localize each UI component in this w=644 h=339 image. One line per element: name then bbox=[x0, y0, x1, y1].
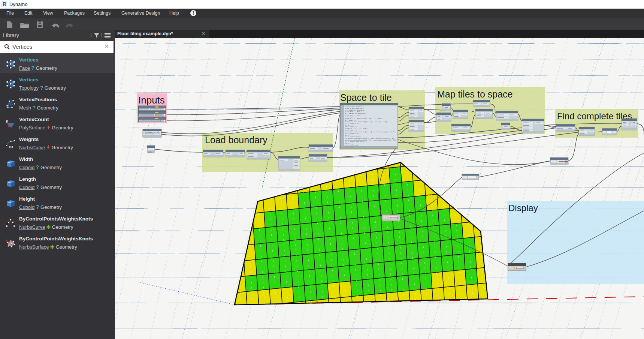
svg-text:22 // Negate the angle;: 22 // Negate the angle; bbox=[345, 141, 365, 142]
svg-text:4 w = max.X - min.X;: 4 w = max.X - min.X; bbox=[345, 111, 363, 112]
svg-text:Space to tile: Space to tile bbox=[340, 92, 392, 103]
svg-text:12 tw;: 12 tw; bbox=[345, 124, 350, 126]
svg-text:3 // Width of boundary;: 3 // Width of boundary; bbox=[345, 110, 365, 111]
svg-text:9 // Upper X;: 9 // Upper X; bbox=[345, 120, 356, 121]
svg-text:2 HTileLength = 0.75;: 2 HTileLength = 0.75; bbox=[143, 133, 160, 135]
svg-text:23 -a;: 23 -a; bbox=[345, 143, 350, 144]
svg-text:Display: Display bbox=[508, 203, 538, 213]
svg-text:2 max = bbox.MaxPoint;: 2 max = bbox.MaxPoint; bbox=[345, 108, 364, 109]
svg-text:Inputs: Inputs bbox=[138, 94, 165, 106]
svg-text:Map tiles to space: Map tiles to space bbox=[437, 89, 513, 99]
svg-text:18 tl;: 18 tl; bbox=[345, 135, 350, 136]
svg-text:n: n bbox=[6, 238, 8, 242]
svg-text:1. boundary;: 1. boundary; bbox=[557, 160, 568, 163]
svg-text:16 min.Y + w * Math.Cos(90 - a: 16 min.Y + w * Math.Cos(90 - a) + h * Ma… bbox=[345, 131, 403, 133]
svg-text:11 // Step in X;: 11 // Step in X; bbox=[345, 123, 359, 124]
svg-text:7 // Lower X;: 7 // Lower X; bbox=[345, 116, 356, 118]
svg-text:Load boundary: Load boundary bbox=[205, 135, 267, 145]
svg-text:n: n bbox=[6, 119, 8, 123]
svg-text:14 min.Y - tl * (1 - tlo);: 14 min.Y - tl * (1 - tlo); bbox=[345, 128, 368, 129]
svg-text:1 min = bbox.MinPoint;: 1 min = bbox.MinPoint; bbox=[345, 106, 364, 108]
svg-text:19 // Tile corners;: 19 // Tile corners; bbox=[345, 136, 362, 138]
svg-text:8 min.X - h * Math.Sin(a) - tw: 8 min.X - h * Math.Sin(a) - tw * (1 - ta… bbox=[345, 118, 383, 119]
svg-text:25 tw * tl;: 25 tw * tl; bbox=[345, 146, 355, 148]
svg-text:21 Point.ByCoordinates(tw, tl): 21 Point.ByCoordinates(tw, tl), Point.By… bbox=[345, 140, 397, 141]
svg-text:6 h = max.Y - min.Y;: 6 h = max.Y - min.Y; bbox=[345, 114, 363, 116]
svg-text:20 [Point.ByCoordinates(0,0),: 20 [Point.ByCoordinates(0,0), Point.ByCo… bbox=[345, 138, 395, 140]
svg-text:1. boundary;: 1. boundary; bbox=[388, 217, 399, 219]
svg-text:1 HTileWidth = 0.90;: 1 HTileWidth = 0.90; bbox=[143, 132, 160, 133]
svg-text:17 // Step in Y;: 17 // Step in Y; bbox=[345, 133, 359, 134]
svg-text:24 // Tile area;: 24 // Tile area; bbox=[345, 144, 359, 146]
svg-text:15 // Upper Y;: 15 // Upper Y; bbox=[345, 129, 357, 131]
svg-text:10 min.X + w * Math.Sin(90 - a: 10 min.X + w * Math.Sin(90 - a) + tw * (… bbox=[345, 121, 388, 123]
svg-text:5 // Height of boundary;: 5 // Height of boundary; bbox=[345, 113, 366, 114]
svg-text:Find complete tiles: Find complete tiles bbox=[557, 111, 632, 121]
svg-text:1. boundary;: 1. boundary; bbox=[514, 267, 524, 269]
svg-text:0.5: 0.5 bbox=[9, 145, 13, 148]
svg-text:13 // Lower Y;: 13 // Lower Y; bbox=[345, 126, 357, 128]
